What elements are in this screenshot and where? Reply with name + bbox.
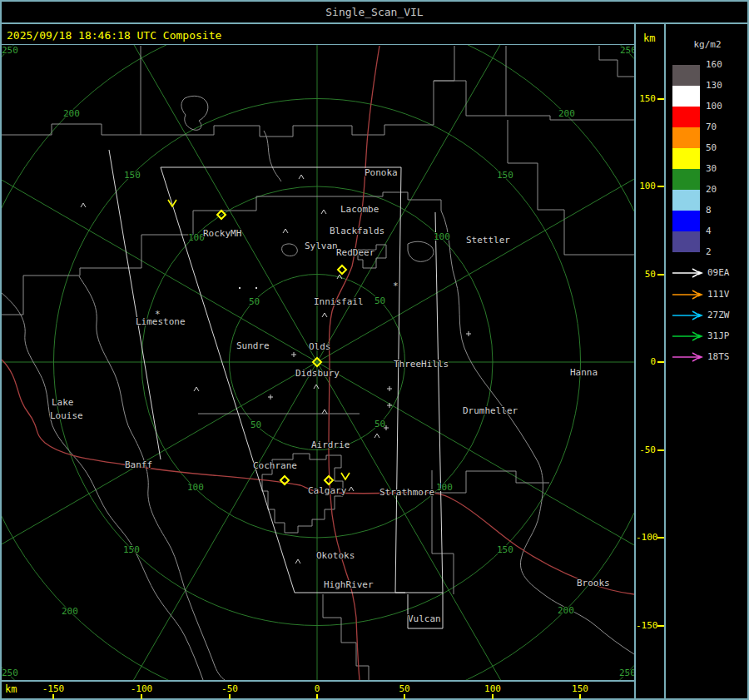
x-axis-label--100: -100 xyxy=(123,683,160,694)
city-label-threehills: ThreeHills xyxy=(394,359,449,370)
svg-text:150: 150 xyxy=(123,544,140,555)
city-label-olds: Olds xyxy=(309,341,331,352)
city-label-highriver: HighRiver xyxy=(324,579,374,590)
city-label-rockymh: RockyMH xyxy=(203,228,241,239)
legend-color-box xyxy=(672,148,700,169)
city-label-sundre: Sundre xyxy=(236,340,270,351)
legend-color-box xyxy=(672,211,700,231)
city-label-okotoks: Okotoks xyxy=(316,550,355,561)
svg-text:*: * xyxy=(393,280,399,291)
vector-label-111V: 111V xyxy=(707,289,730,300)
svg-text:250: 250 xyxy=(619,668,634,678)
legend-panel: kg/m2 1601301007050302084209EA111V27ZW31… xyxy=(666,24,749,700)
radar-map-canvas[interactable]: 2502502502502002002002001501501501501001… xyxy=(2,45,634,680)
city-label-sylvan: Sylvan xyxy=(305,241,338,251)
radar-map[interactable]: 2502502502502002002002001501501501501001… xyxy=(2,45,634,680)
svg-text:100: 100 xyxy=(434,231,450,242)
x-axis: km -150-100-50050100150 xyxy=(0,681,635,700)
svg-text:150: 150 xyxy=(497,544,513,555)
legend-scale-value-2: 2 xyxy=(706,246,712,258)
radar-site-diamond-icon xyxy=(338,266,346,274)
legend-color-box xyxy=(672,127,700,148)
vector-label-18TS: 18TS xyxy=(707,351,730,362)
city-label-reddeer: RedDeer xyxy=(336,247,375,258)
legend-color-box xyxy=(672,190,700,211)
city-label-didsbury: Didsbury xyxy=(295,368,340,379)
storm-vector-icon xyxy=(341,473,350,479)
svg-text:150: 150 xyxy=(497,170,513,181)
x-axis-tick xyxy=(579,694,581,699)
city-label-vulcan: Vulcan xyxy=(408,613,441,624)
legend-color-box xyxy=(672,65,700,86)
y-axis: km 150100500-50-100-150 xyxy=(636,24,664,700)
legend-scale-value-50: 50 xyxy=(706,142,717,154)
x-axis-tick xyxy=(404,694,405,699)
radar-application-window: Single_Scan_VIL 2025/09/18 18:46:18 UTC … xyxy=(0,0,749,700)
radar-site-diamond-icon xyxy=(325,476,333,484)
legend-scale-value-4: 4 xyxy=(706,226,712,237)
city-label-lacombe: Lacombe xyxy=(340,204,379,215)
city-label-louise: Louise xyxy=(50,410,83,421)
city-label-drumheller: Drumheller xyxy=(463,405,518,416)
svg-text:*: * xyxy=(155,309,161,320)
svg-text:50: 50 xyxy=(250,420,261,430)
city-label-calgary: Calgary xyxy=(308,485,347,496)
y-axis-tick xyxy=(657,449,664,451)
x-axis-label--150: -150 xyxy=(35,683,72,694)
timestamp-bar: 2025/09/18 18:46:18 UTC Composite xyxy=(2,26,632,44)
y-axis-label-50: 50 xyxy=(636,269,656,280)
y-axis-tick xyxy=(657,361,664,363)
x-axis-tick xyxy=(229,694,231,699)
city-label-cochrane: Cochrane xyxy=(253,460,297,471)
y-axis-tick xyxy=(657,98,664,100)
vector-label-27ZW: 27ZW xyxy=(707,310,730,320)
y-axis-label-150: 150 xyxy=(636,93,656,104)
y-axis-tick xyxy=(657,537,664,539)
legend-scale-value-100: 100 xyxy=(706,101,722,112)
x-axis-label-100: 100 xyxy=(474,683,511,694)
city-labels: PonokaLacombeBlackfaldsSylvanRedDeerRock… xyxy=(50,167,610,624)
svg-text:200: 200 xyxy=(62,606,78,617)
y-axis-tick xyxy=(657,625,664,627)
city-label-banff: Banff xyxy=(125,459,152,470)
svg-text:250: 250 xyxy=(2,668,18,678)
vector-arrow-icon-111V xyxy=(672,289,706,300)
legend-color-box xyxy=(672,86,700,107)
y-axis-label--50: -50 xyxy=(636,444,656,455)
azimuth-spokes xyxy=(2,45,634,680)
svg-text:50: 50 xyxy=(249,296,260,307)
city-label-lake: Lake xyxy=(52,397,74,408)
y-axis-label-100: 100 xyxy=(636,181,656,191)
legend-color-box xyxy=(672,231,700,252)
x-axis-label--50: -50 xyxy=(211,683,248,694)
y-axis-tick xyxy=(657,274,664,276)
y-axis-unit-label: km xyxy=(643,32,655,44)
legend-color-box xyxy=(672,169,700,190)
svg-text:250: 250 xyxy=(620,45,634,56)
city-label-brooks: Brooks xyxy=(577,578,610,588)
svg-text:100: 100 xyxy=(187,482,204,493)
svg-text:100: 100 xyxy=(436,482,453,493)
y-axis-tick xyxy=(657,186,664,187)
y-axis-label-0: 0 xyxy=(636,356,656,367)
x-axis-tick xyxy=(52,694,54,699)
vector-arrow-icon-18TS xyxy=(672,351,706,363)
x-axis-tick xyxy=(141,694,142,699)
svg-text:50: 50 xyxy=(374,295,385,306)
x-axis-unit-label: km xyxy=(5,683,17,695)
scan-timestamp: 2025/09/18 18:46:18 UTC Composite xyxy=(7,29,221,42)
x-axis-tick xyxy=(492,694,494,699)
legend-scale-value-160: 160 xyxy=(706,59,722,71)
city-label-strathmore: Strathmore xyxy=(379,487,434,498)
city-label-innisfail: Innisfail xyxy=(314,296,364,307)
legend-scale-value-20: 20 xyxy=(706,184,717,196)
city-label-hanna: Hanna xyxy=(570,367,598,378)
radar-coverage-outline xyxy=(109,150,443,628)
vector-arrow-icon-31JP xyxy=(672,330,706,342)
svg-text:250: 250 xyxy=(2,45,18,56)
svg-text:200: 200 xyxy=(558,605,574,616)
svg-text:100: 100 xyxy=(188,232,205,243)
window-title: Single_Scan_VIL xyxy=(325,6,423,18)
x-axis-label-0: 0 xyxy=(299,683,335,694)
city-label-limestone: Limestone xyxy=(136,316,186,327)
